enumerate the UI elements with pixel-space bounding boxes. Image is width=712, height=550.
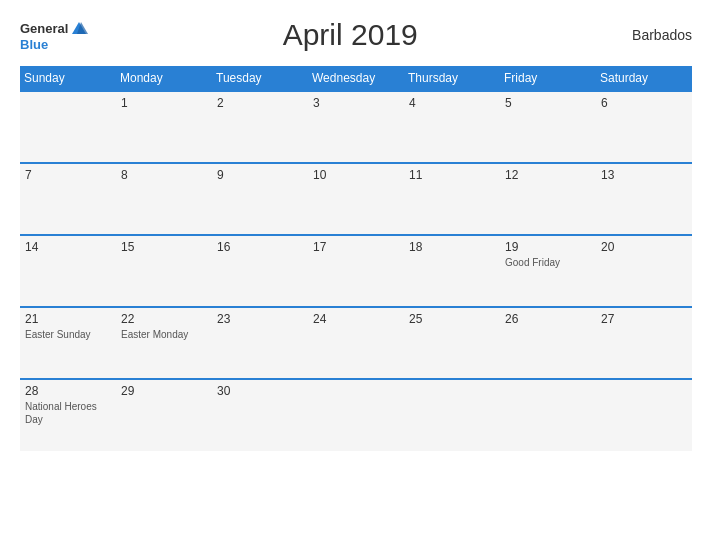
day-number: 20 bbox=[601, 240, 687, 254]
calendar-cell: 6 bbox=[596, 91, 692, 163]
day-number: 29 bbox=[121, 384, 207, 398]
calendar-cell: 15 bbox=[116, 235, 212, 307]
calendar-cell: 20 bbox=[596, 235, 692, 307]
calendar-cell: 11 bbox=[404, 163, 500, 235]
holiday-name: National Heroes Day bbox=[25, 400, 111, 426]
day-number: 6 bbox=[601, 96, 687, 110]
calendar-cell: 28National Heroes Day bbox=[20, 379, 116, 451]
calendar-week-0: 123456 bbox=[20, 91, 692, 163]
calendar-week-3: 21Easter Sunday22Easter Monday2324252627 bbox=[20, 307, 692, 379]
calendar-cell: 26 bbox=[500, 307, 596, 379]
calendar-cell bbox=[596, 379, 692, 451]
calendar-cell bbox=[20, 91, 116, 163]
calendar-cell: 2 bbox=[212, 91, 308, 163]
day-number: 9 bbox=[217, 168, 303, 182]
calendar-cell: 8 bbox=[116, 163, 212, 235]
calendar-cell: 24 bbox=[308, 307, 404, 379]
day-number: 23 bbox=[217, 312, 303, 326]
day-number: 1 bbox=[121, 96, 207, 110]
header-wednesday: Wednesday bbox=[308, 66, 404, 91]
calendar-cell: 27 bbox=[596, 307, 692, 379]
calendar-cell: 1 bbox=[116, 91, 212, 163]
day-number: 8 bbox=[121, 168, 207, 182]
calendar-cell: 12 bbox=[500, 163, 596, 235]
header-friday: Friday bbox=[500, 66, 596, 91]
day-number: 15 bbox=[121, 240, 207, 254]
logo-blue: Blue bbox=[20, 38, 88, 51]
calendar-cell: 21Easter Sunday bbox=[20, 307, 116, 379]
header-saturday: Saturday bbox=[596, 66, 692, 91]
calendar-cell: 13 bbox=[596, 163, 692, 235]
logo-general: General bbox=[20, 22, 68, 35]
header-monday: Monday bbox=[116, 66, 212, 91]
calendar-cell: 18 bbox=[404, 235, 500, 307]
header: General Blue April 2019 Barbados bbox=[20, 18, 692, 52]
calendar-cell: 7 bbox=[20, 163, 116, 235]
country-name: Barbados bbox=[612, 27, 692, 43]
calendar-cell: 4 bbox=[404, 91, 500, 163]
day-number: 10 bbox=[313, 168, 399, 182]
calendar-week-2: 141516171819Good Friday20 bbox=[20, 235, 692, 307]
calendar-cell: 14 bbox=[20, 235, 116, 307]
calendar-title: April 2019 bbox=[88, 18, 612, 52]
weekday-header-row: Sunday Monday Tuesday Wednesday Thursday… bbox=[20, 66, 692, 91]
calendar-cell: 29 bbox=[116, 379, 212, 451]
header-sunday: Sunday bbox=[20, 66, 116, 91]
day-number: 4 bbox=[409, 96, 495, 110]
day-number: 21 bbox=[25, 312, 111, 326]
day-number: 18 bbox=[409, 240, 495, 254]
day-number: 3 bbox=[313, 96, 399, 110]
day-number: 22 bbox=[121, 312, 207, 326]
calendar-cell: 30 bbox=[212, 379, 308, 451]
day-number: 5 bbox=[505, 96, 591, 110]
calendar-week-1: 78910111213 bbox=[20, 163, 692, 235]
calendar-cell: 23 bbox=[212, 307, 308, 379]
calendar-week-4: 28National Heroes Day2930 bbox=[20, 379, 692, 451]
day-number: 28 bbox=[25, 384, 111, 398]
logo-icon bbox=[70, 20, 88, 38]
day-number: 12 bbox=[505, 168, 591, 182]
day-number: 7 bbox=[25, 168, 111, 182]
logo: General Blue bbox=[20, 20, 88, 51]
holiday-name: Good Friday bbox=[505, 256, 591, 269]
calendar-cell: 22Easter Monday bbox=[116, 307, 212, 379]
calendar-cell bbox=[500, 379, 596, 451]
calendar-cell: 16 bbox=[212, 235, 308, 307]
calendar-cell: 17 bbox=[308, 235, 404, 307]
calendar-cell: 19Good Friday bbox=[500, 235, 596, 307]
calendar-cell bbox=[404, 379, 500, 451]
day-number: 24 bbox=[313, 312, 399, 326]
holiday-name: Easter Monday bbox=[121, 328, 207, 341]
calendar-cell: 5 bbox=[500, 91, 596, 163]
holiday-name: Easter Sunday bbox=[25, 328, 111, 341]
day-number: 25 bbox=[409, 312, 495, 326]
day-number: 27 bbox=[601, 312, 687, 326]
day-number: 13 bbox=[601, 168, 687, 182]
day-number: 11 bbox=[409, 168, 495, 182]
header-thursday: Thursday bbox=[404, 66, 500, 91]
calendar-page: General Blue April 2019 Barbados Sunday … bbox=[0, 0, 712, 550]
calendar-cell: 3 bbox=[308, 91, 404, 163]
calendar-cell: 9 bbox=[212, 163, 308, 235]
day-number: 17 bbox=[313, 240, 399, 254]
header-tuesday: Tuesday bbox=[212, 66, 308, 91]
day-number: 19 bbox=[505, 240, 591, 254]
calendar-table: Sunday Monday Tuesday Wednesday Thursday… bbox=[20, 66, 692, 451]
day-number: 26 bbox=[505, 312, 591, 326]
calendar-cell: 25 bbox=[404, 307, 500, 379]
day-number: 2 bbox=[217, 96, 303, 110]
day-number: 14 bbox=[25, 240, 111, 254]
day-number: 16 bbox=[217, 240, 303, 254]
calendar-cell bbox=[308, 379, 404, 451]
day-number: 30 bbox=[217, 384, 303, 398]
calendar-cell: 10 bbox=[308, 163, 404, 235]
